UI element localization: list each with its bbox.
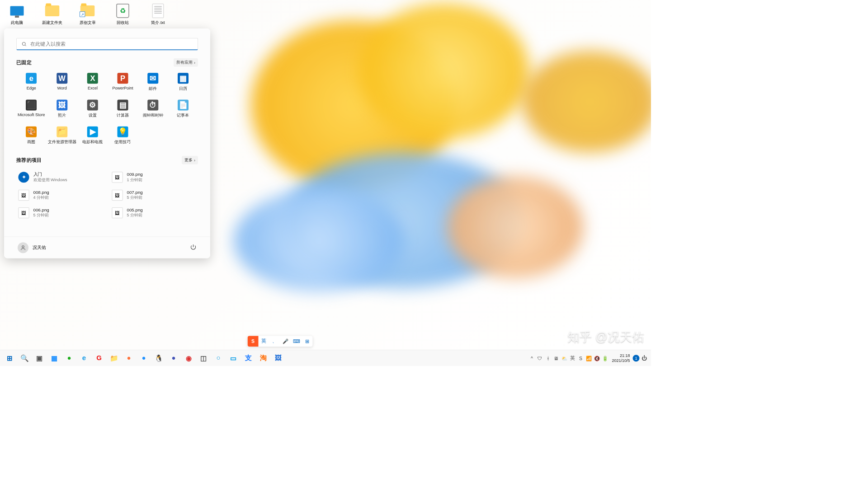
recommended-item[interactable]: 🖼 006.png 5 分钟前 <box>16 206 104 221</box>
pinned-app-画图[interactable]: 🎨 画图 <box>16 125 47 146</box>
tray-icon-4[interactable]: ⛅ <box>560 352 568 363</box>
desktop-icon-original-articles[interactable]: 原创文章 <box>75 3 100 25</box>
app-label: Microsoft Store <box>18 113 45 117</box>
start-icon: ⊞ <box>7 354 13 362</box>
taskview-icon: ▣ <box>36 354 42 362</box>
taskbar-app-search[interactable]: 🔍 <box>18 351 31 365</box>
app-label: 使用技巧 <box>114 139 131 145</box>
desktop-icon-recycle-bin[interactable]: ♻ 回收站 <box>110 3 136 25</box>
taskbar-app-netease[interactable]: ◉ <box>182 351 195 365</box>
app-label: 照片 <box>58 113 66 118</box>
pinned-app-记事本[interactable]: 📄 记事本 <box>168 99 198 120</box>
taskbar-app-edge[interactable]: e <box>77 351 91 365</box>
ime-item-3[interactable]: 🎤 <box>280 336 291 347</box>
search-input[interactable] <box>30 41 193 47</box>
power-button[interactable] <box>190 244 197 252</box>
app-label: 邮件 <box>149 86 157 92</box>
rec-subtitle: 1 分钟前 <box>127 177 143 183</box>
tray-icon-1[interactable]: 🛡 <box>536 352 544 363</box>
pinned-app-邮件[interactable]: ✉ 邮件 <box>138 71 168 93</box>
pinned-app-Word[interactable]: W Word <box>47 71 78 93</box>
start-search[interactable] <box>16 38 198 50</box>
app-icon: X <box>87 73 98 84</box>
desktop-icon-label: 简介.txt <box>151 20 165 26</box>
taskbar: ⊞ 🔍 ▣ ▦ ● e G 📁 ● ● 🐧 ● ◉ ◫ ○ ▭ <box>0 350 651 366</box>
desktop-icon-new-folder[interactable]: 新建文件夹 <box>39 3 65 25</box>
pinned-app-文件资源管理器[interactable]: 📁 文件资源管理器 <box>47 125 78 146</box>
taskbar-app-taskview[interactable]: ▣ <box>33 351 46 365</box>
pinned-app-Microsoft Store[interactable]: ⬛ Microsoft Store <box>16 99 47 120</box>
app-icon: ⏱ <box>147 100 158 111</box>
taskbar-app-wechat[interactable]: ● <box>62 351 76 365</box>
taskbar-app-taobao[interactable]: 淘 <box>256 351 270 365</box>
pinned-app-Excel[interactable]: X Excel <box>78 71 108 93</box>
search-icon <box>21 41 27 47</box>
pinned-app-闹钟和时钟[interactable]: ⏱ 闹钟和时钟 <box>138 99 168 120</box>
all-apps-button[interactable]: 所有应用› <box>174 58 198 67</box>
app-icon: 🖼 <box>57 100 67 111</box>
notification-badge[interactable]: 1 <box>633 355 640 361</box>
ime-item-0[interactable]: S <box>248 336 259 347</box>
pinned-app-使用技巧[interactable]: 💡 使用技巧 <box>108 125 138 146</box>
tray-icon-9[interactable]: 🔋 <box>601 352 609 363</box>
recommended-item[interactable]: 🖼 005.png 5 分钟前 <box>110 206 198 221</box>
taskbar-app-explorer[interactable]: 📁 <box>107 351 121 365</box>
pinned-app-照片[interactable]: 🖼 照片 <box>47 99 78 120</box>
ime-item-4[interactable]: ⌨ <box>291 336 302 347</box>
taskbar-app-garena[interactable]: G <box>92 351 106 365</box>
app2-icon: ◫ <box>200 354 207 362</box>
taskbar-app-thunder[interactable]: ● <box>137 351 151 365</box>
watermark: 知乎 @况天佑 <box>567 329 644 346</box>
recommended-item[interactable]: 🖼 007.png 5 分钟前 <box>110 188 198 203</box>
app-icon: 🎨 <box>26 127 37 137</box>
recommended-header: 推荐的项目 <box>16 157 42 163</box>
taskbar-app-app2[interactable]: ◫ <box>197 351 210 365</box>
desktop-icon-intro-txt[interactable]: 简介.txt <box>145 3 171 25</box>
taskbar-app-app1[interactable]: ● <box>167 351 180 365</box>
tray-icon-3[interactable]: 🖥 <box>552 352 560 363</box>
tray-icon-0[interactable]: ^ <box>528 352 536 363</box>
tray-icon-8[interactable]: 🔇 <box>593 352 601 363</box>
recommended-item[interactable]: ✦ 入门 欢迎使用 Windows <box>16 169 104 185</box>
tray-icon-5[interactable]: 英 <box>568 352 576 363</box>
pinned-app-计算器[interactable]: ▤ 计算器 <box>108 99 138 120</box>
taskbar-app-app3[interactable]: ▭ <box>226 351 240 365</box>
recommended-item[interactable]: 🖼 008.png 4 分钟前 <box>16 188 104 203</box>
taskbar-app-qq[interactable]: 🐧 <box>152 351 165 365</box>
taskbar-app-cortana[interactable]: ○ <box>212 351 225 365</box>
ime-item-5[interactable]: ⊞ <box>302 336 313 347</box>
ime-item-2[interactable]: 、 <box>269 336 280 347</box>
app-label: 计算器 <box>117 113 129 118</box>
app3-icon: ▭ <box>230 354 236 362</box>
pinned-app-设置[interactable]: ⚙ 设置 <box>78 99 108 120</box>
app-icon: W <box>57 73 67 84</box>
pinned-app-电影和电视[interactable]: ▶ 电影和电视 <box>78 125 108 146</box>
desktop-icon-this-pc[interactable]: 此电脑 <box>4 3 30 25</box>
desktop-icon-label: 回收站 <box>117 20 129 26</box>
taskbar-app-widgets[interactable]: ▦ <box>47 351 61 365</box>
more-button[interactable]: 更多› <box>182 156 198 164</box>
tray-icon-7[interactable]: 📶 <box>585 352 593 363</box>
tray-icon-6[interactable]: S <box>576 352 585 363</box>
taskbar-app-photos[interactable]: 🖼 <box>271 351 285 365</box>
user-account-button[interactable]: 况天佑 <box>18 242 46 253</box>
folder-icon <box>44 3 61 19</box>
taskbar-app-firefox[interactable]: ● <box>122 351 136 365</box>
taskbar-clock[interactable]: 21:182021/10/5 <box>610 353 632 363</box>
ime-toolbar[interactable]: S英、🎤⌨⊞ <box>248 336 313 347</box>
pinned-app-日历[interactable]: ▦ 日历 <box>168 71 198 93</box>
taskbar-app-start[interactable]: ⊞ <box>3 351 16 365</box>
tray-icon-2[interactable]: ᚼ <box>544 352 552 363</box>
show-desktop[interactable]: ⏻ <box>640 352 648 363</box>
user-name: 况天佑 <box>33 244 46 251</box>
app-label: PowerPoint <box>112 86 133 91</box>
recommended-item[interactable]: 🖼 009.png 1 分钟前 <box>110 169 198 185</box>
ime-item-1[interactable]: 英 <box>259 336 269 347</box>
folder-shortcut-icon <box>80 3 96 19</box>
svg-point-2 <box>22 245 24 248</box>
cortana-icon: ○ <box>216 354 220 362</box>
taskbar-app-alipay[interactable]: 支 <box>241 351 255 365</box>
pinned-app-Edge[interactable]: e Edge <box>16 71 47 93</box>
pinned-app-PowerPoint[interactable]: P PowerPoint <box>108 71 138 93</box>
app-icon: ✉ <box>147 73 158 84</box>
